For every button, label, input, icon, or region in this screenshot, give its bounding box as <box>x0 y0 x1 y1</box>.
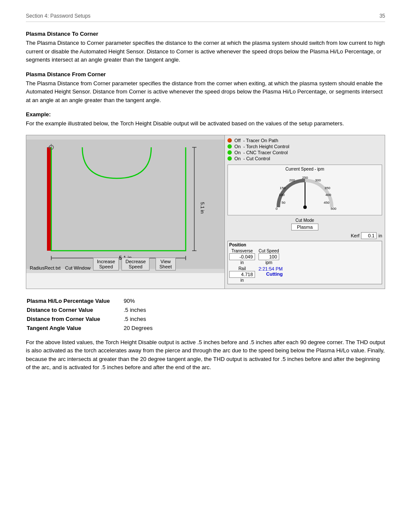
speed-gauge-svg: 0 50 100 150 200 250 300 350 400 450 500 <box>271 173 339 212</box>
svg-text:350: 350 <box>324 186 330 190</box>
rail-col: Rail 4.718 in <box>229 266 255 283</box>
dot-green-icon-1 <box>227 144 232 149</box>
status-on-1: On <box>234 144 241 149</box>
view-sheet-button[interactable]: ViewSheet <box>156 258 176 271</box>
speed-gauge-box: Current Speed - ipm 0 50 100 150 200 250… <box>227 165 382 215</box>
transverse-col: Transverse -0.049 in <box>229 249 255 265</box>
section-example: Example: For the example illustrated bel… <box>26 111 385 128</box>
svg-text:100: 100 <box>279 193 285 197</box>
speed-label: Current Speed - ipm <box>230 167 380 171</box>
svg-text:450: 450 <box>324 201 330 205</box>
params-row: Distance to Corner Value.5 inches <box>27 306 153 314</box>
status-cnc-label: - CNC Tracer Control <box>243 150 288 155</box>
cut-mode-value: Plasma <box>291 224 318 230</box>
section-label: Section 4: Password Setups <box>26 13 90 19</box>
kerf-label: Kerf <box>351 233 359 238</box>
param-label: Distance to Corner Value <box>27 306 123 314</box>
diagram-container: 5.1 in 5.1 in RadiusRect.txt Cut Window … <box>26 135 385 289</box>
cut-mode-section: Cut Mode Plasma <box>227 218 382 230</box>
kerf-row: Kerf 0.1 in <box>227 232 382 239</box>
increase-speed-button[interactable]: IncreaseSpeed <box>93 258 119 271</box>
section-plasma-distance-to-corner: Plasma Distance To Corner The Plasma Dis… <box>26 31 385 64</box>
svg-text:400: 400 <box>325 193 331 197</box>
section-body-3: For the example illustrated below, the T… <box>26 119 385 128</box>
status-on-3: On <box>234 156 241 161</box>
svg-text:200: 200 <box>289 178 295 182</box>
cutting-status: Cutting <box>266 271 283 277</box>
svg-text:150: 150 <box>280 186 286 190</box>
section-title-3: Example: <box>26 111 385 118</box>
position-section: Position Transverse -0.049 in Cut Speed … <box>227 241 382 284</box>
page-number: 35 <box>380 13 385 19</box>
svg-text:5.1 in: 5.1 in <box>200 202 205 214</box>
status-item-tracer: Off - Tracer On Path <box>227 138 382 143</box>
section-body-2: The Plasma Distance from Corner paramete… <box>26 79 385 105</box>
dot-green-icon-2 <box>227 150 232 155</box>
conclusion-text: For the above listed values, the Torch H… <box>26 338 385 372</box>
cut-speed-value: 100 <box>258 253 279 260</box>
status-torch-label: - Torch Height Control <box>243 144 290 149</box>
cut-speed-col: Cut Speed 100 ipm <box>258 249 279 265</box>
cut-path-svg: 5.1 in <box>26 135 224 273</box>
rail-value: 4.718 <box>229 271 255 278</box>
section-plasma-distance-from-corner: Plasma Distance From Corner The Plasma D… <box>26 71 385 105</box>
svg-text:0: 0 <box>275 207 277 211</box>
svg-rect-1 <box>47 147 51 251</box>
svg-point-24 <box>303 205 307 209</box>
status-on-2: On <box>234 150 241 155</box>
status-row: Off - Tracer On Path On - Torch Height C… <box>227 138 382 161</box>
svg-text:300: 300 <box>315 178 321 182</box>
cut-mode-label: Cut Mode <box>227 218 382 223</box>
svg-rect-0 <box>26 140 224 269</box>
transverse-label: Transverse <box>231 249 253 253</box>
kerf-value: 0.1 <box>361 232 377 239</box>
param-value: 90% <box>124 297 153 305</box>
params-row: Plasma Hi/Lo Percentage Value90% <box>27 297 153 305</box>
speed-gauge-area: Current Speed - ipm 0 50 100 150 200 250… <box>230 167 380 212</box>
section-body-1: The Plasma Distance to Corner parameter … <box>26 39 385 64</box>
params-row: Tangent Angle Value20 Degrees <box>27 324 153 332</box>
status-cut-label: - Cut Control <box>243 156 270 161</box>
position-label: Position <box>229 243 380 247</box>
param-value: .5 inches <box>124 315 153 323</box>
dot-green-icon-3 <box>227 156 232 161</box>
svg-text:50: 50 <box>281 201 285 205</box>
param-value: .5 inches <box>124 306 153 314</box>
param-value: 20 Degrees <box>124 324 153 332</box>
param-label: Distance from Corner Value <box>27 315 123 323</box>
rail-label: Rail <box>238 266 246 271</box>
cut-speed-unit: ipm <box>265 260 272 265</box>
transverse-value: -0.049 <box>229 253 255 260</box>
section-title-2: Plasma Distance From Corner <box>26 71 385 78</box>
cut-window-label: Cut Window <box>65 265 90 271</box>
kerf-unit: in <box>378 233 382 238</box>
param-label: Tangent Angle Value <box>27 324 123 332</box>
status-off-label: Off <box>234 138 240 143</box>
transverse-unit: in <box>240 260 244 265</box>
page-header: Section 4: Password Setups 35 <box>26 13 385 22</box>
decrease-speed-button[interactable]: DecreaseSpeed <box>121 258 149 271</box>
cut-window-filename: RadiusRect.txt <box>30 265 61 271</box>
rail-unit: in <box>240 278 244 283</box>
time-value: 2:21:54 PM <box>258 266 283 271</box>
status-item-cnc: On - CNC Tracer Control <box>227 150 382 155</box>
cut-window: 5.1 in 5.1 in RadiusRect.txt Cut Window … <box>26 135 224 273</box>
status-item-cut: On - Cut Control <box>227 156 382 161</box>
params-table: Plasma Hi/Lo Percentage Value90%Distance… <box>26 296 153 333</box>
section-title-1: Plasma Distance To Corner <box>26 31 385 37</box>
params-row: Distance from Corner Value.5 inches <box>27 315 153 323</box>
status-tracer-label: - Tracer On Path <box>243 138 278 143</box>
svg-text:500: 500 <box>330 207 336 211</box>
param-label: Plasma Hi/Lo Percentage Value <box>27 297 123 305</box>
cut-speed-label: Cut Speed <box>258 249 279 253</box>
svg-text:250: 250 <box>302 176 308 180</box>
status-item-torch: On - Torch Height Control <box>227 144 382 149</box>
right-control-panel: Off - Tracer On Path On - Torch Height C… <box>224 135 385 289</box>
dot-mixed-icon <box>227 138 232 143</box>
